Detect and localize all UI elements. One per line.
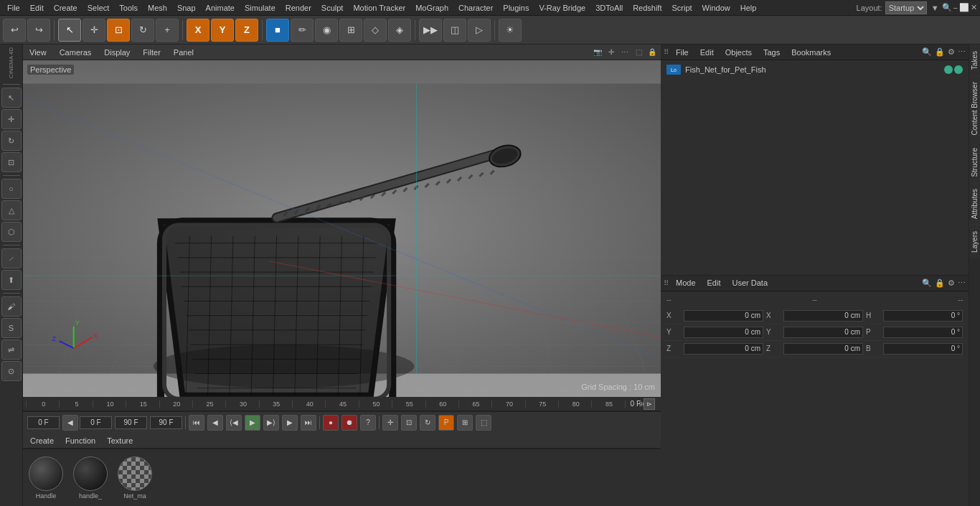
tc-goto-start[interactable]: ⏮: [189, 415, 204, 431]
menu-create[interactable]: Create: [50, 2, 82, 14]
viewport-menu-panel[interactable]: Panel: [170, 47, 197, 58]
material-net[interactable]: Net_ma: [115, 456, 155, 500]
obj-dot-vis[interactable]: [944, 65, 953, 74]
menu-render[interactable]: Render: [281, 2, 316, 14]
vp-icon-camera[interactable]: 📷: [592, 47, 603, 58]
rotate-tool[interactable]: ↻: [131, 19, 154, 42]
start-frame-input[interactable]: [27, 416, 60, 429]
tc-goto-end[interactable]: ⏭: [301, 415, 316, 431]
sidebar-magnet[interactable]: ⊙: [1, 361, 22, 381]
sidebar-sculpt-s[interactable]: S: [1, 318, 22, 338]
obj-row-fishnet[interactable]: Lo Fish_Net_for_Pet_Fish: [664, 63, 966, 76]
tc-next-key[interactable]: ▶⟩: [263, 415, 279, 431]
menu-snap[interactable]: Snap: [173, 2, 200, 14]
close-icon[interactable]: ✕: [971, 3, 977, 12]
menu-script[interactable]: Script: [667, 2, 696, 14]
sidebar-poly-btn[interactable]: △: [1, 200, 22, 220]
material-handle2[interactable]: handle_: [70, 456, 110, 500]
tc-auto-key[interactable]: ⏺: [341, 415, 357, 431]
sidebar-move[interactable]: ✛: [1, 109, 22, 129]
sidebar-edge-btn[interactable]: ⬡: [1, 222, 22, 242]
scale-tool[interactable]: ⊡: [107, 19, 130, 42]
om-tab-objects[interactable]: Objects: [721, 47, 756, 58]
minimize-icon[interactable]: −: [953, 4, 958, 12]
sidebar-select[interactable]: ↖: [1, 88, 22, 108]
move-tool[interactable]: ✛: [83, 19, 105, 42]
tc-play[interactable]: ▶: [245, 415, 260, 431]
menu-mograph[interactable]: MoGraph: [411, 2, 453, 14]
right-tab-structure[interactable]: Structure: [969, 141, 980, 183]
obj-dot-render[interactable]: [954, 65, 963, 74]
end-frame-input[interactable]: [150, 416, 182, 429]
frame-lock-btn[interactable]: ⊳: [644, 398, 655, 410]
tc-layout[interactable]: ⬚: [476, 415, 491, 431]
sidebar-scale[interactable]: ⊡: [1, 152, 22, 172]
right-tab-attributes[interactable]: Attributes: [969, 182, 980, 225]
tc-step-back[interactable]: ◀: [207, 415, 223, 431]
menu-redshift[interactable]: Redshift: [628, 2, 666, 14]
expand-icon[interactable]: ⬜: [959, 3, 969, 12]
spline-tool[interactable]: ◉: [315, 19, 338, 42]
om-tab-file[interactable]: File: [672, 47, 693, 58]
attr-z-size[interactable]: [783, 343, 863, 355]
vp-icon-expand[interactable]: ⬚: [633, 47, 644, 58]
attr-lock-icon[interactable]: 🔒: [935, 278, 945, 288]
render-big-btn[interactable]: ▷: [468, 19, 491, 42]
attr-z-pos[interactable]: [684, 343, 763, 355]
tc-snap[interactable]: ⊞: [457, 415, 473, 431]
menu-window[interactable]: Window: [698, 2, 735, 14]
right-tab-takes[interactable]: Takes: [969, 44, 980, 75]
tc-move-tool[interactable]: ✛: [382, 415, 398, 431]
viewport-menu-cameras[interactable]: Cameras: [56, 47, 95, 58]
attr-tab-edit[interactable]: Edit: [703, 277, 725, 289]
menu-tools[interactable]: Tools: [115, 2, 142, 14]
tc-prev-key[interactable]: ⟨◀: [226, 415, 242, 431]
y-axis-btn[interactable]: Y: [211, 19, 234, 42]
attr-y-size[interactable]: [783, 327, 863, 338]
menu-edit[interactable]: Edit: [26, 2, 48, 14]
menu-mesh[interactable]: Mesh: [143, 2, 171, 14]
menu-animate[interactable]: Animate: [202, 2, 239, 14]
attr-y-pos[interactable]: [684, 327, 763, 338]
attr-x-size[interactable]: [783, 310, 863, 322]
sidebar-mirror[interactable]: ⇌: [1, 339, 22, 360]
material-handle[interactable]: Handle: [26, 456, 66, 500]
pen-tool[interactable]: ✏: [291, 19, 314, 42]
attr-search-icon[interactable]: 🔍: [922, 278, 932, 288]
x-axis-btn[interactable]: X: [187, 19, 209, 42]
menu-vray[interactable]: V-Ray Bridge: [534, 2, 590, 14]
layout-select[interactable]: Startup: [885, 1, 927, 14]
menu-simulate[interactable]: Simulate: [240, 2, 280, 14]
attr-tab-mode[interactable]: Mode: [672, 277, 700, 289]
menu-file[interactable]: File: [3, 2, 24, 14]
deform-tool[interactable]: ◇: [364, 19, 387, 42]
menu-character[interactable]: Character: [454, 2, 497, 14]
tc-prev-frame-btn[interactable]: ◀: [62, 415, 78, 431]
om-tab-tags[interactable]: Tags: [759, 47, 784, 58]
attr-tab-userdata[interactable]: User Data: [728, 277, 773, 289]
tc-step-fwd[interactable]: ▶: [282, 415, 298, 431]
om-search-icon[interactable]: 🔍: [922, 47, 932, 57]
redo-button[interactable]: ↪: [27, 19, 50, 42]
viewport-menu-display[interactable]: Display: [100, 47, 133, 58]
preview-start-input[interactable]: [80, 416, 112, 429]
mat-function[interactable]: Function: [62, 436, 98, 446]
tc-rotate-tool[interactable]: ↻: [420, 415, 435, 431]
search-icon[interactable]: 🔍: [942, 3, 952, 12]
render-small-btn[interactable]: ▶▶: [419, 19, 442, 42]
tc-record[interactable]: ●: [323, 415, 339, 431]
undo-button[interactable]: ↩: [3, 19, 26, 42]
sidebar-knife[interactable]: ⟋: [1, 248, 22, 268]
render-region-btn[interactable]: ◫: [443, 19, 466, 42]
vp-icon-dots[interactable]: ⋯: [619, 47, 631, 58]
om-more-icon[interactable]: ⋯: [958, 47, 966, 57]
obj-manager-content[interactable]: Lo Fish_Net_for_Pet_Fish: [661, 60, 969, 275]
menu-help[interactable]: Help: [736, 2, 761, 14]
vp-icon-lock[interactable]: 🔒: [646, 47, 658, 58]
right-tab-content-browser[interactable]: Content Browser: [969, 75, 980, 141]
3d-viewport[interactable]: X Y Z Perspective Grid Spacing : 10 cm: [23, 60, 661, 397]
array-tool[interactable]: ⊞: [339, 19, 362, 42]
right-tab-layers[interactable]: Layers: [969, 225, 980, 258]
add-object-tool[interactable]: +: [156, 19, 179, 42]
menu-3dtoall[interactable]: 3DToAll: [591, 2, 627, 14]
